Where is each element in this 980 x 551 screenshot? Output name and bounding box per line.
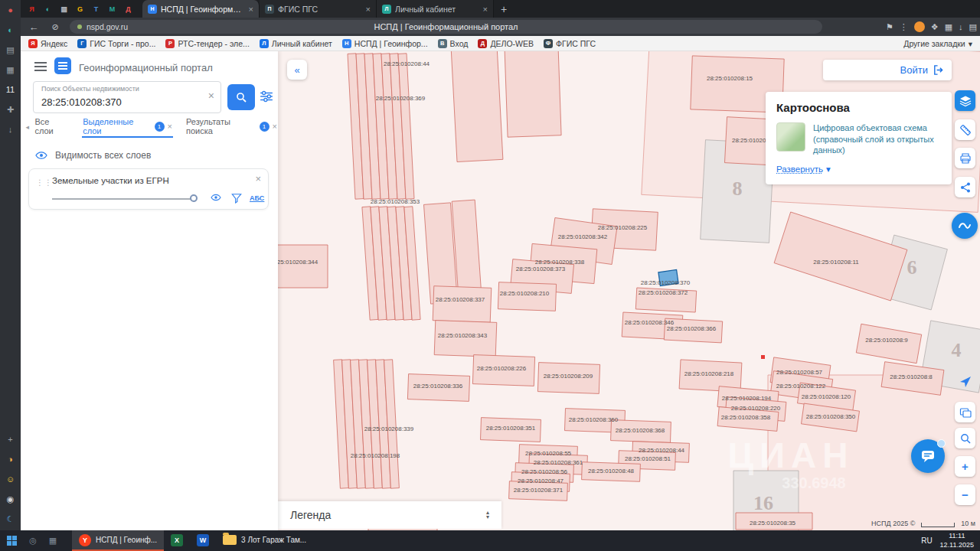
layer-labels-toggle[interactable]: АБС <box>250 194 264 202</box>
zoom-in-button[interactable]: + <box>955 456 975 477</box>
parcel-label: 28:25:010208:361 <box>534 459 583 466</box>
camera-icon[interactable]: ◉ <box>0 489 21 509</box>
moon-icon[interactable]: ☾ <box>0 509 21 529</box>
nspd-logo[interactable] <box>54 57 71 74</box>
parcel-polygon[interactable] <box>433 286 492 323</box>
tabs-prev-icon[interactable]: ◂ <box>21 116 34 138</box>
bookmark-item[interactable]: ЯЯндекс <box>28 39 67 48</box>
bookmark-item[interactable]: ФФГИС ПГС <box>544 39 596 48</box>
parcel-polygon[interactable] <box>774 212 907 301</box>
bookmark-item[interactable]: ДДЕЛО-WEB <box>478 39 534 48</box>
print-button[interactable] <box>955 148 975 168</box>
panel-tab[interactable]: Все слои <box>34 116 70 138</box>
tab-close-icon[interactable]: × <box>483 5 488 14</box>
zoom-out-button[interactable]: − <box>955 484 975 505</box>
bookmark-item[interactable]: ВВход <box>438 39 469 48</box>
bookmark-flag-icon[interactable]: ⚑ <box>886 22 893 32</box>
pinned-tab-icon[interactable]: Я <box>24 5 40 13</box>
locate-button[interactable] <box>955 370 975 391</box>
taskbar-widgets-icon[interactable]: ▦ <box>43 536 63 546</box>
all-layers-visibility[interactable]: Видимость всех слоев <box>34 150 151 161</box>
legend-bar[interactable]: Легенда ▴▾ <box>278 501 501 529</box>
tab-close-icon[interactable]: × <box>249 5 253 14</box>
layer-card[interactable]: ⋮⋮ Земельные участки из ЕГРН × АБС <box>28 168 269 210</box>
bookmark-item[interactable]: ННСПД | Геоинфор... <box>342 39 428 48</box>
clock[interactable]: 11:11 12.11.2025 <box>940 532 974 549</box>
avatar[interactable] <box>914 21 925 32</box>
downloads-icon[interactable]: ↓ <box>0 119 21 139</box>
layer-eye-icon[interactable] <box>210 193 222 202</box>
opacity-slider-thumb[interactable] <box>190 194 198 202</box>
services-icon[interactable]: ▦ <box>0 60 21 80</box>
url-bar[interactable]: nspd.gov.ru НСПД | Геоинформационный пор… <box>70 20 822 34</box>
search-area-button[interactable] <box>955 428 975 448</box>
plus-icon[interactable]: + <box>0 429 21 449</box>
login-button[interactable]: Войти <box>823 60 952 80</box>
layer-close-icon[interactable]: × <box>255 173 261 184</box>
pinned-tab-icon[interactable]: Т <box>88 5 104 13</box>
new-tab-button[interactable]: + <box>494 0 514 18</box>
browser-tab[interactable]: ЛЛичный кабинет× <box>377 0 494 18</box>
language-indicator[interactable]: RU <box>921 536 932 545</box>
opacity-slider[interactable] <box>52 198 194 200</box>
taskbar-app[interactable]: YНСПД | Геоинф... <box>72 530 164 551</box>
clear-search-icon[interactable]: × <box>208 90 214 102</box>
panel-tab[interactable]: Выделенные слои1× <box>82 116 173 138</box>
browser-tab[interactable]: ПФГИС ПГС× <box>260 0 377 18</box>
parcel-polygon[interactable] <box>451 51 503 162</box>
parcel-polygon[interactable] <box>278 245 328 288</box>
menu-icon[interactable] <box>34 62 47 64</box>
parcel-polygon[interactable] <box>856 324 921 363</box>
shield-icon[interactable]: ⊘ <box>47 18 64 36</box>
half-icon[interactable]: ◑ <box>0 449 21 469</box>
menu-dots-icon[interactable]: ⋮ <box>900 22 908 32</box>
tab-close-icon[interactable]: × <box>273 122 277 131</box>
search-filters-button[interactable] <box>260 90 275 105</box>
back-icon[interactable]: ← <box>25 18 42 36</box>
search-input[interactable]: Поиск Объекты недвижимости 28:25:010208:… <box>33 81 221 113</box>
map-area[interactable]: 86416ЦИАН330.694828:25:010208:4428:25:01… <box>278 51 980 530</box>
measure-button[interactable] <box>955 119 975 140</box>
download-icon[interactable]: ↓ <box>959 22 963 31</box>
browser-tab[interactable]: ННСПД | Геоинформац...× <box>142 0 260 18</box>
collections-icon[interactable]: ▦ <box>945 22 952 32</box>
panel-tab[interactable]: Результаты поиска1× <box>185 116 278 138</box>
layers-button[interactable] <box>955 90 975 111</box>
search-button[interactable] <box>227 84 255 110</box>
taskbar-search-icon[interactable]: ◎ <box>23 536 43 546</box>
notes-icon[interactable]: ▤ <box>0 40 21 60</box>
share-button[interactable] <box>955 177 975 197</box>
pinned-tab-icon[interactable]: М <box>104 5 120 13</box>
collapse-panel-button[interactable]: « <box>287 60 307 80</box>
parcel-polygon[interactable] <box>505 51 561 137</box>
pinned-tab-icon[interactable]: ◐ <box>40 5 56 13</box>
bookmark-item[interactable]: ГГИС Торги - про... <box>77 39 155 48</box>
layer-filter-icon[interactable] <box>231 193 242 204</box>
add-panel-icon[interactable]: ✚ <box>0 99 21 119</box>
bookmark-item[interactable]: ЛЛичный кабинет <box>260 39 332 48</box>
drag-handle-icon[interactable]: ⋮⋮ <box>36 178 53 187</box>
parcel-polygon[interactable] <box>761 355 765 359</box>
record-icon[interactable]: ● <box>0 0 21 20</box>
assistant-button[interactable] <box>952 213 978 239</box>
basemap-thumbnail[interactable] <box>776 122 805 152</box>
basemap-switch-button[interactable] <box>955 402 975 422</box>
taskbar-app[interactable]: 3 Лот Гараж Там... <box>216 530 313 551</box>
bookmark-item[interactable]: РРТС-тендер - эле... <box>165 39 249 48</box>
taskbar-app[interactable]: X <box>164 530 190 551</box>
pinned-tab-icon[interactable]: ▤ <box>56 5 72 13</box>
taskbar-app[interactable]: W <box>190 530 216 551</box>
basemap-expand-link[interactable]: Развернуть ▾ <box>776 164 831 174</box>
pinned-tab-icon[interactable]: G <box>72 5 88 13</box>
start-button[interactable] <box>0 530 23 551</box>
legend-expander-icon[interactable]: ▴▾ <box>486 510 489 520</box>
smiley-icon[interactable]: ☺ <box>0 469 21 489</box>
tab-close-icon[interactable]: × <box>168 122 172 131</box>
calendar-icon[interactable]: 11 <box>0 80 21 99</box>
history-icon[interactable]: ◐ <box>0 20 21 40</box>
pinned-tab-icon[interactable]: Д <box>120 5 136 13</box>
tab-close-icon[interactable]: × <box>366 5 371 14</box>
extensions-icon[interactable]: ❖ <box>931 22 939 32</box>
sidebar-toggle-icon[interactable]: ▤ <box>969 22 977 32</box>
other-bookmarks[interactable]: Другие закладки ▾ <box>903 39 972 48</box>
